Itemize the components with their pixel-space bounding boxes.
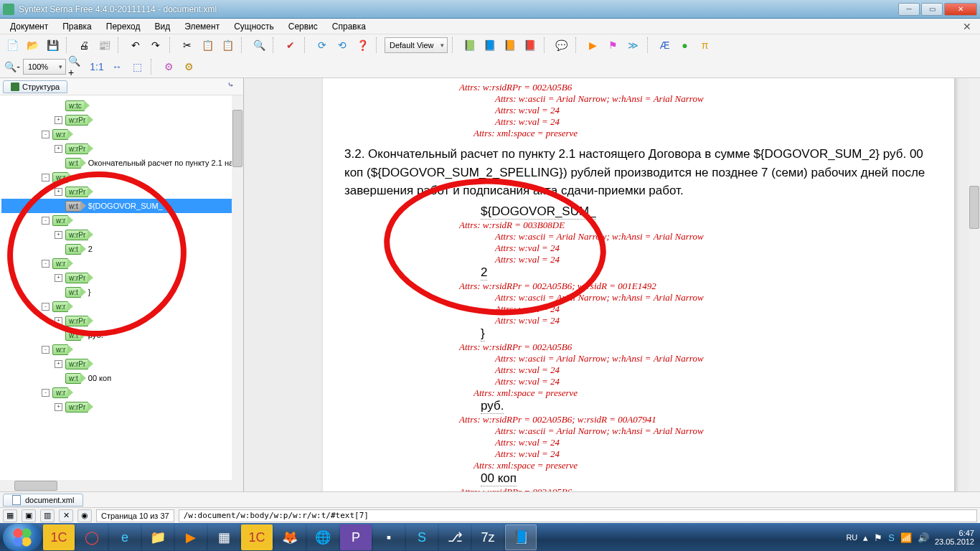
- flag-button[interactable]: ⚑: [604, 36, 623, 55]
- fit-width-button[interactable]: ↔: [108, 57, 126, 76]
- taskbar-app-1c[interactable]: 1C: [43, 524, 75, 550]
- pi-button[interactable]: π: [696, 36, 715, 55]
- taskbar-app-skype[interactable]: S: [406, 524, 438, 550]
- copy-button[interactable]: 📋: [198, 36, 217, 55]
- start-button[interactable]: [3, 524, 42, 551]
- tree-toggle[interactable]: -: [42, 174, 50, 182]
- taskbar-app-firefox[interactable]: 🦊: [274, 524, 306, 550]
- new-button[interactable]: 📄: [3, 36, 22, 55]
- tree-toggle[interactable]: +: [55, 360, 62, 368]
- comment-button[interactable]: 💬: [552, 36, 571, 55]
- menu-entity[interactable]: Сущность: [228, 20, 280, 33]
- tree-toggle[interactable]: +: [55, 116, 62, 124]
- spellcheck-button[interactable]: ✔: [281, 36, 300, 55]
- taskbar-app-git[interactable]: ⎇: [439, 524, 471, 550]
- tree-node[interactable]: +w:rPr: [1, 357, 242, 371]
- tray-clock[interactable]: 6:47 23.05.2012: [935, 529, 974, 546]
- entity-button[interactable]: ●: [676, 36, 694, 55]
- taskbar-app-serna[interactable]: 📘: [505, 524, 537, 550]
- tree-node[interactable]: -w:r: [1, 385, 242, 400]
- tree-node[interactable]: w:t00 коп: [1, 371, 242, 385]
- reload-button[interactable]: ⟳: [313, 36, 331, 55]
- tree-hscrollbar[interactable]: [0, 480, 243, 491]
- menu-element[interactable]: Элемент: [179, 20, 225, 33]
- tree-node[interactable]: -w:r: [1, 299, 242, 314]
- next-button[interactable]: ≫: [624, 36, 643, 55]
- tree-vscrollbar[interactable]: [232, 95, 243, 480]
- maximize-button[interactable]: ▭: [921, 3, 943, 16]
- tree-node[interactable]: +w:rPr: [1, 184, 242, 199]
- attr-button[interactable]: Æ: [656, 36, 674, 55]
- tray-lang[interactable]: RU: [846, 533, 857, 542]
- menu-document[interactable]: Документ: [4, 20, 54, 33]
- taskbar-app-explorer[interactable]: 📁: [142, 524, 174, 550]
- tree-toggle[interactable]: -: [42, 346, 50, 354]
- fit-11-button[interactable]: 1:1: [88, 57, 106, 76]
- minimize-button[interactable]: ─: [898, 3, 920, 16]
- taskbar-app-7zip[interactable]: 7z: [472, 524, 504, 550]
- content-vscrollbar[interactable]: [969, 78, 980, 491]
- redo-button[interactable]: ↷: [146, 36, 165, 55]
- tree-node[interactable]: -w:r: [1, 342, 242, 357]
- tree-node[interactable]: +w:rPr: [1, 270, 242, 285]
- status-icon3[interactable]: ▥: [40, 509, 55, 522]
- taskbar-app-phpstorm[interactable]: P: [340, 524, 372, 550]
- menu-help[interactable]: Справка: [326, 20, 372, 33]
- tree-node[interactable]: w:t${DOGOVOR_SUM_: [1, 199, 242, 213]
- help-button[interactable]: ❓: [353, 36, 372, 55]
- status-icon2[interactable]: ▣: [22, 509, 36, 522]
- tree-toggle[interactable]: -: [42, 131, 50, 138]
- fit-page-button[interactable]: ⬚: [128, 57, 146, 76]
- plugin2-button[interactable]: ⚙: [179, 57, 198, 76]
- taskbar-app-ie[interactable]: e: [109, 524, 141, 550]
- tree-toggle[interactable]: -: [42, 217, 50, 225]
- tree-toggle[interactable]: -: [42, 303, 50, 311]
- undo-button[interactable]: ↶: [126, 36, 145, 55]
- tree-node[interactable]: +w:rPr: [1, 314, 242, 328]
- tree-node[interactable]: +w:rPr: [1, 141, 242, 156]
- status-icon1[interactable]: ▦: [3, 509, 17, 522]
- taskbar-app-1c2[interactable]: 1C: [241, 524, 273, 550]
- menu-navigate[interactable]: Переход: [100, 20, 146, 33]
- paste-button[interactable]: 📋: [218, 36, 237, 55]
- status-icon5[interactable]: ◉: [77, 509, 92, 522]
- tree-node[interactable]: -w:r: [1, 256, 242, 270]
- status-icon4[interactable]: ✕: [59, 509, 73, 522]
- zoom-in-button[interactable]: 🔍+: [67, 57, 86, 76]
- insert-el-button[interactable]: 📗: [461, 36, 479, 55]
- tree-toggle[interactable]: +: [55, 317, 62, 325]
- tree-toggle[interactable]: +: [55, 403, 62, 411]
- unwrap-button[interactable]: 📕: [521, 36, 540, 55]
- tree-node[interactable]: +w:rPr: [1, 227, 242, 242]
- taskbar-app-console[interactable]: ▪: [373, 524, 405, 550]
- tree-toggle[interactable]: +: [55, 231, 62, 239]
- view-combo[interactable]: Default View: [385, 37, 448, 53]
- menubar-close-button[interactable]: ✕: [958, 21, 976, 32]
- menu-view[interactable]: Вид: [149, 20, 176, 33]
- tray-skype-icon[interactable]: S: [888, 532, 895, 543]
- taskbar-app-chrome[interactable]: 🌐: [307, 524, 339, 550]
- tray-network-icon[interactable]: 📶: [900, 532, 912, 543]
- document-viewport[interactable]: Attrs: w:rsidRPr = 002A05B6Attrs: w:asci…: [244, 78, 980, 491]
- play-button[interactable]: ▶: [584, 36, 603, 55]
- menu-edit[interactable]: Правка: [57, 20, 98, 33]
- tree-node[interactable]: +w:rPr: [1, 400, 242, 414]
- zoom-out-button[interactable]: 🔍-: [3, 57, 22, 76]
- tray-sound-icon[interactable]: 🔊: [918, 532, 929, 543]
- open-button[interactable]: 📂: [23, 36, 42, 55]
- plugin1-button[interactable]: ⚙: [159, 57, 178, 76]
- tree-toggle[interactable]: -: [42, 389, 50, 397]
- tray-flag-icon[interactable]: ⚑: [874, 532, 882, 543]
- tree-toggle[interactable]: +: [55, 188, 62, 196]
- cut-button[interactable]: ✂: [178, 36, 197, 55]
- structure-tab[interactable]: Структура: [3, 80, 67, 93]
- structure-tree[interactable]: w:tc+w:rPr-w:r+w:rPrw:tОкончательный рас…: [0, 95, 243, 480]
- taskbar-app-wmp[interactable]: ▶: [175, 524, 207, 550]
- tree-node[interactable]: -w:r: [1, 127, 242, 141]
- validate-button[interactable]: ⟲: [333, 36, 352, 55]
- menu-service[interactable]: Сервис: [283, 20, 324, 33]
- document-tab[interactable]: document.xml: [3, 494, 83, 507]
- find-button[interactable]: 🔍: [250, 36, 268, 55]
- taskbar-app-totalcmd[interactable]: ▦: [208, 524, 240, 550]
- tree-node[interactable]: w:tруб.: [1, 328, 242, 342]
